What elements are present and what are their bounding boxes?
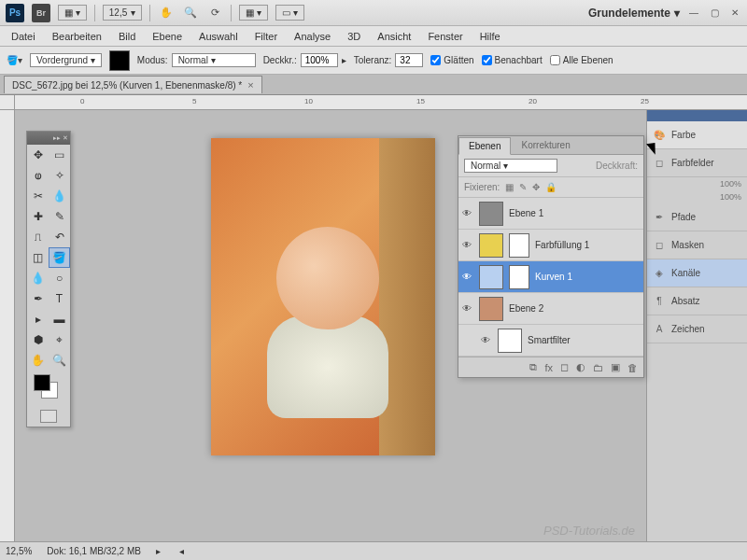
visibility-icon[interactable]: 👁 <box>462 240 473 251</box>
rotate-icon[interactable]: ⟳ <box>206 5 223 21</box>
move-tool[interactable]: ✥ <box>27 145 49 165</box>
ruler-origin[interactable] <box>0 95 15 110</box>
status-arrow-icon[interactable]: ▸ <box>156 546 161 556</box>
tolerance-input[interactable] <box>395 53 423 67</box>
menu-ansicht[interactable]: Ansicht <box>370 28 418 45</box>
zoom-dropdown[interactable]: 12,5 ▾ <box>103 5 142 21</box>
layer-name[interactable]: Farbfüllung 1 <box>535 240 589 250</box>
layer-name[interactable]: Ebene 2 <box>509 303 543 314</box>
zoom-icon[interactable]: 🔍 <box>182 5 199 21</box>
layer-name[interactable]: Smartfilter <box>528 335 571 345</box>
bridge-icon[interactable]: Br <box>32 4 50 22</box>
layer-thumbnail[interactable] <box>479 202 503 226</box>
menu-bearbeiten[interactable]: Bearbeiten <box>45 28 109 45</box>
layer-thumbnail[interactable] <box>498 329 522 353</box>
layer-fx-icon[interactable]: fx <box>544 362 553 373</box>
hand-tool[interactable]: ✋ <box>27 350 49 371</box>
layer-row[interactable]: 👁 Kurven 1 <box>458 261 643 293</box>
arrange-dropdown[interactable]: ▦ ▾ <box>239 5 268 21</box>
3d-tool[interactable]: ⬢ <box>27 329 49 350</box>
horizontal-ruler[interactable]: 0 5 10 15 20 25 <box>15 95 747 110</box>
maximize-icon[interactable]: ▢ <box>708 7 721 20</box>
document-canvas[interactable] <box>211 138 435 455</box>
vertical-ruler[interactable] <box>0 110 15 541</box>
tab-korrekturen[interactable]: Korrekturen <box>511 136 580 154</box>
menu-datei[interactable]: Datei <box>4 28 43 45</box>
tab-ebenen[interactable]: Ebenen <box>458 137 511 155</box>
pen-tool[interactable]: ✒ <box>27 288 49 309</box>
dodge-tool[interactable]: ○ <box>49 268 70 288</box>
layer-name[interactable]: Kurven 1 <box>535 272 572 282</box>
visibility-icon[interactable]: 👁 <box>462 303 473 315</box>
dock-item-masken[interactable]: ◻Masken <box>647 231 747 259</box>
bucket-tool[interactable]: 🪣 <box>49 247 70 268</box>
menu-ebene[interactable]: Ebene <box>145 28 190 45</box>
new-layer-icon[interactable]: ▣ <box>611 361 620 373</box>
layer-mask-thumbnail[interactable] <box>509 233 529 258</box>
toolbox-header[interactable]: ▸▸✕ <box>27 132 70 145</box>
layer-mask-icon[interactable]: ◻ <box>560 361 569 373</box>
hand-icon[interactable]: ✋ <box>158 5 175 21</box>
layer-row[interactable]: 👁 Ebene 2 <box>458 293 643 325</box>
crop-tool[interactable]: ✂ <box>27 186 49 206</box>
layer-row[interactable]: 👁 Ebene 1 <box>458 198 643 230</box>
foreground-color[interactable] <box>34 374 50 391</box>
layer-row[interactable]: 👁 Smartfilter <box>458 325 643 357</box>
zoom-tool[interactable]: 🔍 <box>49 350 70 371</box>
menu-auswahl[interactable]: Auswahl <box>191 28 246 45</box>
pattern-swatch[interactable] <box>109 50 130 71</box>
link-layers-icon[interactable]: ⧉ <box>529 361 537 373</box>
menu-fenster[interactable]: Fenster <box>420 28 470 45</box>
lasso-tool[interactable]: ⱷ <box>27 165 49 186</box>
path-select-tool[interactable]: ▸ <box>27 309 49 329</box>
dock-item-farbfelder[interactable]: ◻Farbfelder <box>647 149 747 177</box>
contiguous-checkbox[interactable]: Benachbart <box>482 55 543 65</box>
photoshop-icon[interactable]: Ps <box>6 4 24 22</box>
close-icon[interactable]: ✕ <box>728 7 741 20</box>
eraser-tool[interactable]: ◫ <box>27 247 49 268</box>
layer-blend-select[interactable]: Normal ▾ <box>464 159 557 173</box>
menu-bild[interactable]: Bild <box>111 28 143 45</box>
lock-transparency-icon[interactable]: ▦ <box>505 182 514 192</box>
dock-item-kanäle[interactable]: ◈Kanäle <box>647 259 747 287</box>
healing-tool[interactable]: ✚ <box>27 206 49 227</box>
dock-item-zeichen[interactable]: AZeichen <box>647 315 747 343</box>
all-layers-checkbox[interactable]: Alle Ebenen <box>550 55 613 65</box>
dock-item-pfade[interactable]: ✒Pfade <box>647 203 747 231</box>
tab-close-icon[interactable]: × <box>247 79 253 91</box>
screen-mode-dropdown[interactable]: ▭ ▾ <box>275 5 304 21</box>
antialias-checkbox[interactable]: Glätten <box>430 55 473 65</box>
wand-tool[interactable]: ✧ <box>49 165 70 186</box>
layout-dropdown[interactable]: ▦ ▾ <box>58 5 87 21</box>
dock-item-farbe[interactable]: 🎨Farbe <box>647 121 747 149</box>
dock-header[interactable] <box>647 110 747 121</box>
status-doc-size[interactable]: Dok: 16,1 MB/32,2 MB <box>47 546 141 556</box>
layer-thumbnail[interactable] <box>479 265 503 289</box>
quickmask-toggle[interactable] <box>40 410 57 423</box>
layer-mask-thumbnail[interactable] <box>509 265 529 289</box>
marquee-tool[interactable]: ▭ <box>49 145 70 165</box>
lock-all-icon[interactable]: 🔒 <box>545 182 557 192</box>
layer-thumbnail[interactable] <box>479 297 503 321</box>
workspace-switcher[interactable]: Grundelemente ▾ <box>588 7 680 20</box>
lock-pixels-icon[interactable]: ✎ <box>519 182 527 192</box>
document-tab[interactable]: DSC_5672.jpg bei 12,5% (Kurven 1, Ebenen… <box>4 76 262 93</box>
delete-layer-icon[interactable]: 🗑 <box>627 362 638 373</box>
adjustment-layer-icon[interactable]: ◐ <box>576 361 585 373</box>
bucket-tool-icon[interactable]: 🪣▾ <box>6 52 22 69</box>
menu-3d[interactable]: 3D <box>340 28 368 45</box>
fill-source-select[interactable]: Vordergrund ▾ <box>30 53 102 67</box>
scroll-left-icon[interactable]: ◂ <box>179 546 184 556</box>
layer-name[interactable]: Ebene 1 <box>509 208 543 218</box>
blend-mode-select[interactable]: Normal ▾ <box>172 53 256 67</box>
menu-hilfe[interactable]: Hilfe <box>472 28 508 45</box>
lock-position-icon[interactable]: ✥ <box>532 182 540 192</box>
dock-item-absatz[interactable]: ¶Absatz <box>647 287 747 315</box>
color-swatches[interactable] <box>31 374 66 402</box>
type-tool[interactable]: T <box>49 288 70 309</box>
menu-filter[interactable]: Filter <box>247 28 285 45</box>
visibility-icon[interactable]: 👁 <box>462 272 473 283</box>
minimize-icon[interactable]: — <box>687 7 700 20</box>
visibility-icon[interactable]: 👁 <box>481 335 492 346</box>
brush-tool[interactable]: ✎ <box>49 206 70 227</box>
